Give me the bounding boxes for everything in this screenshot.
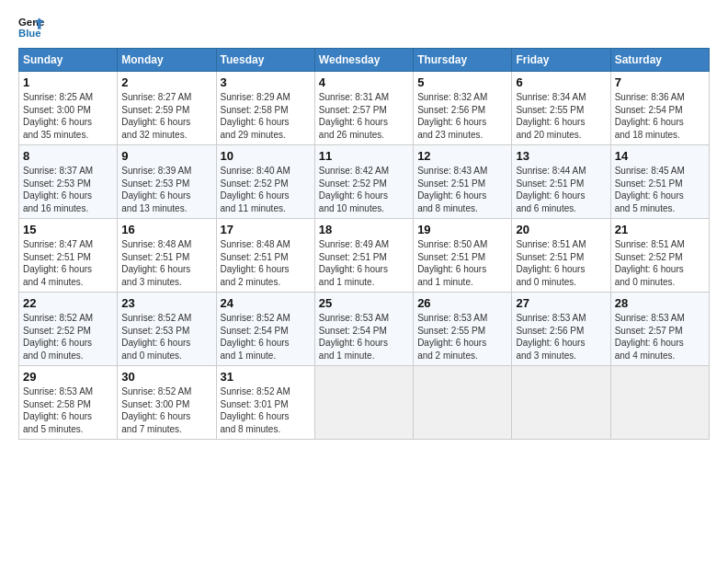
day-number: 30 xyxy=(121,370,211,384)
calendar-cell: 2Sunrise: 8:27 AM Sunset: 2:59 PM Daylig… xyxy=(118,72,216,145)
calendar-cell: 14Sunrise: 8:45 AM Sunset: 2:51 PM Dayli… xyxy=(610,145,709,219)
day-number: 18 xyxy=(319,223,409,236)
day-number: 2 xyxy=(121,75,211,89)
weekday-tuesday: Tuesday xyxy=(216,49,314,72)
day-info: Sunrise: 8:27 AM Sunset: 2:59 PM Dayligh… xyxy=(121,91,211,141)
day-info: Sunrise: 8:31 AM Sunset: 2:57 PM Dayligh… xyxy=(319,91,409,141)
week-row-0: 1Sunrise: 8:25 AM Sunset: 3:00 PM Daylig… xyxy=(19,72,710,145)
day-info: Sunrise: 8:25 AM Sunset: 3:00 PM Dayligh… xyxy=(23,91,113,141)
calendar-cell: 24Sunrise: 8:52 AM Sunset: 2:54 PM Dayli… xyxy=(216,293,314,366)
calendar-table: SundayMondayTuesdayWednesdayThursdayFrid… xyxy=(18,48,710,440)
day-number: 31 xyxy=(221,370,311,384)
day-number: 21 xyxy=(615,223,705,236)
weekday-monday: Monday xyxy=(118,49,216,72)
calendar-cell: 30Sunrise: 8:52 AM Sunset: 3:00 PM Dayli… xyxy=(118,366,216,440)
weekday-saturday: Saturday xyxy=(610,49,709,72)
day-number: 15 xyxy=(23,223,113,236)
day-info: Sunrise: 8:51 AM Sunset: 2:51 PM Dayligh… xyxy=(516,238,606,288)
day-info: Sunrise: 8:53 AM Sunset: 2:57 PM Dayligh… xyxy=(615,312,705,362)
calendar-cell: 3Sunrise: 8:29 AM Sunset: 2:58 PM Daylig… xyxy=(216,72,314,145)
calendar-cell: 7Sunrise: 8:36 AM Sunset: 2:54 PM Daylig… xyxy=(610,72,709,145)
weekday-thursday: Thursday xyxy=(414,49,512,72)
day-info: Sunrise: 8:39 AM Sunset: 2:53 PM Dayligh… xyxy=(121,165,211,214)
day-info: Sunrise: 8:50 AM Sunset: 2:51 PM Dayligh… xyxy=(417,238,507,288)
day-number: 20 xyxy=(516,223,606,236)
calendar-cell: 1Sunrise: 8:25 AM Sunset: 3:00 PM Daylig… xyxy=(19,72,118,145)
weekday-wednesday: Wednesday xyxy=(314,49,413,72)
calendar-cell: 18Sunrise: 8:49 AM Sunset: 2:51 PM Dayli… xyxy=(314,219,413,293)
day-number: 6 xyxy=(516,75,606,89)
day-info: Sunrise: 8:48 AM Sunset: 2:51 PM Dayligh… xyxy=(221,238,311,288)
calendar-cell: 17Sunrise: 8:48 AM Sunset: 2:51 PM Dayli… xyxy=(216,219,314,293)
day-number: 16 xyxy=(121,223,211,236)
day-number: 9 xyxy=(121,149,211,163)
calendar-cell: 29Sunrise: 8:53 AM Sunset: 2:58 PM Dayli… xyxy=(19,366,118,440)
day-number: 12 xyxy=(417,149,507,163)
day-info: Sunrise: 8:48 AM Sunset: 2:51 PM Dayligh… xyxy=(121,238,211,288)
day-info: Sunrise: 8:52 AM Sunset: 3:00 PM Dayligh… xyxy=(121,385,211,435)
day-info: Sunrise: 8:53 AM Sunset: 2:56 PM Dayligh… xyxy=(516,312,606,362)
calendar-cell: 25Sunrise: 8:53 AM Sunset: 2:54 PM Dayli… xyxy=(314,293,413,366)
day-number: 27 xyxy=(516,296,606,310)
day-number: 13 xyxy=(516,149,606,163)
week-row-2: 15Sunrise: 8:47 AM Sunset: 2:51 PM Dayli… xyxy=(19,219,710,293)
calendar-cell: 26Sunrise: 8:53 AM Sunset: 2:55 PM Dayli… xyxy=(414,293,512,366)
week-row-3: 22Sunrise: 8:52 AM Sunset: 2:52 PM Dayli… xyxy=(19,293,710,366)
calendar-cell: 20Sunrise: 8:51 AM Sunset: 2:51 PM Dayli… xyxy=(512,219,610,293)
day-info: Sunrise: 8:43 AM Sunset: 2:51 PM Dayligh… xyxy=(417,165,507,214)
day-info: Sunrise: 8:52 AM Sunset: 3:01 PM Dayligh… xyxy=(221,385,311,435)
day-number: 19 xyxy=(417,223,507,236)
day-number: 4 xyxy=(319,75,409,89)
day-info: Sunrise: 8:53 AM Sunset: 2:54 PM Dayligh… xyxy=(319,312,409,362)
calendar-cell: 27Sunrise: 8:53 AM Sunset: 2:56 PM Dayli… xyxy=(512,293,610,366)
day-number: 8 xyxy=(23,149,113,163)
day-number: 29 xyxy=(23,370,113,384)
calendar-cell xyxy=(414,366,512,440)
day-number: 3 xyxy=(221,75,311,89)
calendar-cell: 5Sunrise: 8:32 AM Sunset: 2:56 PM Daylig… xyxy=(414,72,512,145)
header: GeneralBlue xyxy=(18,15,710,40)
day-info: Sunrise: 8:40 AM Sunset: 2:52 PM Dayligh… xyxy=(221,165,311,214)
calendar-cell: 16Sunrise: 8:48 AM Sunset: 2:51 PM Dayli… xyxy=(118,219,216,293)
logo: GeneralBlue xyxy=(18,15,44,40)
day-info: Sunrise: 8:32 AM Sunset: 2:56 PM Dayligh… xyxy=(417,91,507,141)
day-info: Sunrise: 8:49 AM Sunset: 2:51 PM Dayligh… xyxy=(319,238,409,288)
calendar-cell: 9Sunrise: 8:39 AM Sunset: 2:53 PM Daylig… xyxy=(118,145,216,219)
calendar-cell: 28Sunrise: 8:53 AM Sunset: 2:57 PM Dayli… xyxy=(610,293,709,366)
week-row-4: 29Sunrise: 8:53 AM Sunset: 2:58 PM Dayli… xyxy=(19,366,710,440)
day-number: 7 xyxy=(615,75,705,89)
calendar-cell: 10Sunrise: 8:40 AM Sunset: 2:52 PM Dayli… xyxy=(216,145,314,219)
calendar-cell: 11Sunrise: 8:42 AM Sunset: 2:52 PM Dayli… xyxy=(314,145,413,219)
day-info: Sunrise: 8:45 AM Sunset: 2:51 PM Dayligh… xyxy=(615,165,705,214)
calendar-cell: 21Sunrise: 8:51 AM Sunset: 2:52 PM Dayli… xyxy=(610,219,709,293)
weekday-friday: Friday xyxy=(512,49,610,72)
day-info: Sunrise: 8:42 AM Sunset: 2:52 PM Dayligh… xyxy=(319,165,409,214)
calendar-cell xyxy=(610,366,709,440)
day-number: 10 xyxy=(221,149,311,163)
calendar-cell: 6Sunrise: 8:34 AM Sunset: 2:55 PM Daylig… xyxy=(512,72,610,145)
calendar-cell: 8Sunrise: 8:37 AM Sunset: 2:53 PM Daylig… xyxy=(19,145,118,219)
day-number: 26 xyxy=(417,296,507,310)
day-number: 1 xyxy=(23,75,113,89)
calendar-cell: 31Sunrise: 8:52 AM Sunset: 3:01 PM Dayli… xyxy=(216,366,314,440)
svg-text:Blue: Blue xyxy=(18,28,41,39)
day-info: Sunrise: 8:52 AM Sunset: 2:54 PM Dayligh… xyxy=(221,312,311,362)
day-info: Sunrise: 8:47 AM Sunset: 2:51 PM Dayligh… xyxy=(23,238,113,288)
day-number: 24 xyxy=(221,296,311,310)
calendar-cell xyxy=(512,366,610,440)
day-info: Sunrise: 8:29 AM Sunset: 2:58 PM Dayligh… xyxy=(221,91,311,141)
calendar-cell: 22Sunrise: 8:52 AM Sunset: 2:52 PM Dayli… xyxy=(19,293,118,366)
calendar-cell: 12Sunrise: 8:43 AM Sunset: 2:51 PM Dayli… xyxy=(414,145,512,219)
day-info: Sunrise: 8:44 AM Sunset: 2:51 PM Dayligh… xyxy=(516,165,606,214)
day-number: 25 xyxy=(319,296,409,310)
logo-icon: GeneralBlue xyxy=(18,15,44,40)
day-number: 28 xyxy=(615,296,705,310)
calendar-cell: 4Sunrise: 8:31 AM Sunset: 2:57 PM Daylig… xyxy=(314,72,413,145)
day-info: Sunrise: 8:34 AM Sunset: 2:55 PM Dayligh… xyxy=(516,91,606,141)
calendar-cell: 23Sunrise: 8:52 AM Sunset: 2:53 PM Dayli… xyxy=(118,293,216,366)
day-number: 22 xyxy=(23,296,113,310)
calendar-cell: 15Sunrise: 8:47 AM Sunset: 2:51 PM Dayli… xyxy=(19,219,118,293)
day-info: Sunrise: 8:36 AM Sunset: 2:54 PM Dayligh… xyxy=(615,91,705,141)
week-row-1: 8Sunrise: 8:37 AM Sunset: 2:53 PM Daylig… xyxy=(19,145,710,219)
day-info: Sunrise: 8:51 AM Sunset: 2:52 PM Dayligh… xyxy=(615,238,705,288)
